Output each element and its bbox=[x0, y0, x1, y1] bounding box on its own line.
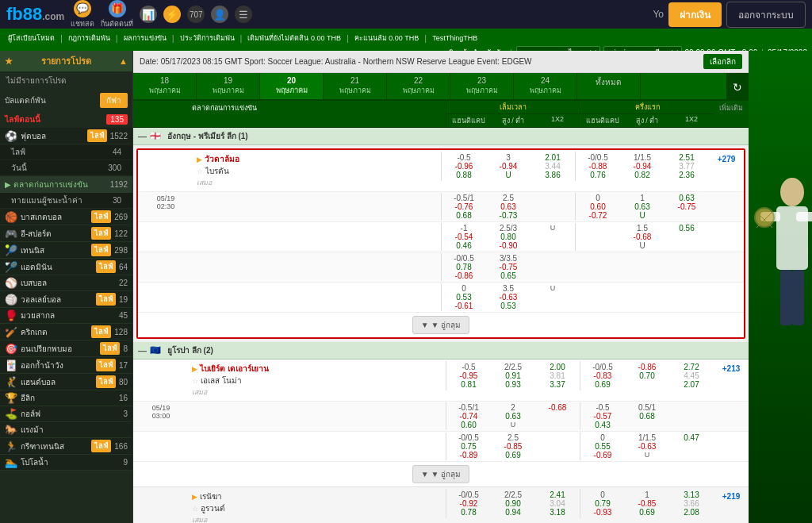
sport-item-volleyball[interactable]: 🏐 วอลเลย์บอล ไลฟ์ 19 bbox=[0, 291, 132, 308]
icon-number[interactable]: 707 bbox=[187, 6, 205, 23]
m2-e0-ou[interactable]: 2 0.63 U bbox=[491, 402, 535, 430]
league1-more-btn[interactable]: ▼ ▼ อู่กลุม bbox=[412, 316, 470, 334]
sport-item-basketball[interactable]: 🏀 บาสเกตบอล ไลฟ์ 269 bbox=[0, 209, 132, 225]
tab-18[interactable]: 18 พฤษภาคม bbox=[133, 73, 197, 99]
nav-item-6[interactable]: TestThingTHB bbox=[429, 33, 481, 43]
e1-hcap[interactable]: -1 -0.54 0.46 bbox=[442, 223, 486, 251]
m2-e0-hcap[interactable]: -0.5/1 -0.74 0.60 bbox=[446, 402, 491, 430]
sub-item-winner[interactable]: ทายแมนผู้ชนะน้ำค่า 30 bbox=[0, 193, 132, 209]
sport-item-horse[interactable]: 🐎 แรงม้า bbox=[0, 422, 132, 438]
icon-user[interactable]: 👤 bbox=[211, 6, 228, 23]
match2-more[interactable]: +213 bbox=[714, 361, 749, 376]
sport-name-golf: กอล์ฟ bbox=[21, 408, 120, 420]
sport-item-cards[interactable]: 🃏 ออกก้ำน้าวัง ไลฟ์ 17 bbox=[0, 357, 132, 374]
e2-hcap[interactable]: -0/0.5 0.78 -0.86 bbox=[442, 253, 486, 281]
match2-hcap[interactable]: -0.5 -0.95 0.81 bbox=[446, 361, 491, 390]
tab-24[interactable]: 24 พฤษภาคม bbox=[514, 73, 577, 99]
sport-item-cricket[interactable]: 🏏 คริกเกต ไลฟ์ 128 bbox=[0, 324, 132, 340]
sub-item-today[interactable]: วันนี้ 300 bbox=[0, 160, 132, 176]
match3-1x2[interactable]: 2.41 3.04 3.18 bbox=[535, 489, 580, 518]
m2-e1-ou[interactable]: 2.5 -0.85 0.69 bbox=[491, 433, 535, 460]
m2-ht-1x2-1[interactable]: 0.47 bbox=[669, 433, 714, 460]
nav-item-2[interactable]: ผลการแข่งขัน bbox=[121, 32, 170, 44]
e0-hcap[interactable]: -0.5/1 -0.76 0.68 bbox=[442, 193, 486, 221]
sport-item-athletics[interactable]: 🏃 กรีฑาเทนนิส ไลฟ์ 166 bbox=[0, 438, 132, 455]
match1-ht-hcap-cell[interactable]: -0/0.5 -0.88 0.76 bbox=[576, 152, 620, 181]
sport-item-esport[interactable]: 🎮 อี-สปอร์ต ไลฟ์ 122 bbox=[0, 225, 132, 242]
match3-ht-hcap[interactable]: 0 0.79 -0.93 bbox=[580, 489, 625, 518]
match1-ht-1x2-cell[interactable]: 2.51 3.77 2.36 bbox=[665, 152, 709, 181]
sport-item-boxing[interactable]: 🥊 มวยสากล 45 bbox=[0, 308, 132, 324]
league2-header[interactable]: — 🇪🇺 ยูโรปา ลีก (2) bbox=[133, 342, 749, 360]
e1-ht-ou[interactable]: 1.5 -0.68 U bbox=[620, 223, 665, 251]
m2-e0-1x2[interactable]: -0.68 bbox=[535, 402, 580, 430]
match1-ht-ou-cell[interactable]: 1/1.5 -0.94 0.82 bbox=[620, 152, 665, 181]
tab-all[interactable]: ทั้งหมด bbox=[577, 73, 641, 99]
match3-ht-ou[interactable]: 1 -0.85 0.69 bbox=[625, 489, 669, 518]
m2-ht-hcap0[interactable]: -0.5 -0.57 0.43 bbox=[580, 402, 625, 430]
favorites-header[interactable]: ★ รายการโปรด ▲ bbox=[0, 51, 132, 71]
refresh-button[interactable]: ↻ bbox=[726, 78, 749, 97]
match2-ht-1x2[interactable]: 2.72 4.45 2.07 bbox=[669, 361, 714, 390]
m2-e1-hcap[interactable]: -0/0.5 0.75 -0.89 bbox=[446, 433, 491, 460]
match1-more-btn[interactable]: +279 bbox=[709, 152, 744, 167]
match1-ou-cell[interactable]: 3 -0.94 U bbox=[486, 152, 530, 181]
match3-ht-1x2[interactable]: 3.13 3.66 2.08 bbox=[669, 489, 714, 518]
match3-more[interactable]: +219 bbox=[714, 489, 749, 504]
nav-item-5[interactable]: คะแนนล้ม 0.00 THB bbox=[351, 32, 423, 44]
match1-hcap-cell[interactable]: -0.5 -0.96 0.88 bbox=[442, 152, 486, 181]
logout-button[interactable]: ออกจากระบบ bbox=[726, 2, 806, 28]
e1-ht-1x2[interactable]: 0.56 bbox=[665, 223, 709, 251]
sub-item-live[interactable]: ไลฟ์ 44 bbox=[0, 144, 132, 160]
icon-menu[interactable]: ☰ bbox=[235, 6, 252, 23]
icon-thunder[interactable]: ⚡ bbox=[163, 6, 181, 23]
m2-ht-ou0[interactable]: 0.5/1 0.68 bbox=[625, 402, 669, 430]
sport-item-polo[interactable]: 🏊 โปโลน้ำ 9 bbox=[0, 455, 132, 471]
m2-ht-ou1[interactable]: 1/1.5 -0.63 U bbox=[625, 433, 669, 460]
deposit-button[interactable]: ฝากเงิน bbox=[668, 2, 722, 27]
tab-21[interactable]: 21 พฤษภาคม bbox=[324, 73, 387, 99]
tab-23[interactable]: 23 พฤษภาคม bbox=[450, 73, 514, 99]
e0-ht-1x2[interactable]: 0.63 -0.75 bbox=[665, 193, 709, 221]
e0-ht-ou[interactable]: 1 0.63 U bbox=[620, 193, 665, 221]
match2-1x2[interactable]: 2.00 3.81 3.37 bbox=[535, 361, 580, 390]
sport-item-baseball[interactable]: ⚾ เบสบอล 22 bbox=[0, 275, 132, 291]
league2-match1-more-btn[interactable]: ▼ ▼ อู่กลุม bbox=[412, 465, 470, 483]
sport-item-darts[interactable]: 🎯 อนเปรียกพบมอ ไลฟ์ 8 bbox=[0, 340, 132, 357]
match3-ou[interactable]: 2/2.5 0.90 0.94 bbox=[491, 489, 535, 518]
sport-item-handball[interactable]: 🤾 แฮนด์บอล ไลฟ์ 80 bbox=[0, 374, 132, 390]
sport-item-eligue[interactable]: 🏆 อีลิก 16 bbox=[0, 390, 132, 406]
m2-ht-hcap1[interactable]: 0 0.55 -0.69 bbox=[580, 433, 625, 460]
e2-ou[interactable]: 3/3.5 -0.75 0.65 bbox=[486, 253, 530, 281]
e1-ou[interactable]: 2.5/3 0.80 -0.90 bbox=[486, 223, 530, 251]
sport-item-badminton[interactable]: 🏸 แอดมินัน ไลฟ์ 64 bbox=[0, 259, 132, 275]
handball-count: 80 bbox=[119, 378, 128, 386]
match1-1x2-cell[interactable]: 2.01 3.44 3.86 bbox=[530, 152, 575, 181]
sport-item-tennis[interactable]: 🎾 เทนนิส ไลฟ์ 298 bbox=[0, 242, 132, 259]
match2-ht-hcap[interactable]: -0/0.5 -0.83 0.69 bbox=[580, 361, 625, 390]
nav-item-1[interactable]: กฎการเดิมพัน bbox=[65, 32, 113, 44]
icon-stats[interactable]: 📊 bbox=[140, 6, 157, 23]
nav-item-0[interactable]: ฝู้โสเบียนโหมด bbox=[5, 32, 58, 44]
pre-match-header[interactable]: ▶ ตลาดก่อนการแข่งขัน 1192 bbox=[0, 176, 132, 193]
match2-ht-ou[interactable]: -0.86 0.70 bbox=[625, 361, 669, 390]
select-league-btn[interactable]: เลือกลิก bbox=[703, 54, 742, 69]
e0-ht-hcap[interactable]: 0 0.60 -0.72 bbox=[576, 193, 620, 221]
e0-ou[interactable]: 2.5 0.63 -0.73 bbox=[486, 193, 530, 221]
nav-item-3[interactable]: ประวัติการเดิมพัน bbox=[177, 32, 238, 44]
topup-button[interactable]: กัฟา bbox=[100, 93, 128, 108]
tab-19[interactable]: 19 พฤษภาคม bbox=[197, 73, 260, 99]
league1-header[interactable]: — 🏴󠁧󠁢󠁥󠁮󠁧󠁿 อังกฤษ - พรีเมียร์ ลีก (1) bbox=[133, 128, 749, 145]
nav-item-4[interactable]: เดิมพันที่ยังไม่ตัดสิน 0.00 THB bbox=[244, 32, 344, 44]
tab-20[interactable]: 20 พฤษภาคม bbox=[260, 73, 324, 99]
e3-hcap[interactable]: 0 0.53 -0.61 bbox=[442, 283, 486, 311]
e3-ou[interactable]: 3.5 -0.63 0.53 bbox=[486, 283, 530, 311]
badminton-icon: 🏸 bbox=[5, 261, 17, 273]
chat-icon-wrapper[interactable]: 💬 แชทสด bbox=[71, 0, 94, 29]
sport-item-golf[interactable]: ⛳ กอล์ฟ 3 bbox=[0, 406, 132, 422]
tab-22[interactable]: 22 พฤษภาคม bbox=[387, 73, 450, 99]
sport-item-football[interactable]: ⚽ ฟุตบอล ไลฟ์ 1522 bbox=[0, 128, 132, 144]
promo-icon-wrapper[interactable]: 🎁 กิ่นดัดตนที่ bbox=[101, 0, 133, 29]
match3-hcap[interactable]: -0/0.5 -0.92 0.78 bbox=[446, 489, 491, 518]
match2-ou[interactable]: 2/2.5 0.91 0.93 bbox=[491, 361, 535, 390]
